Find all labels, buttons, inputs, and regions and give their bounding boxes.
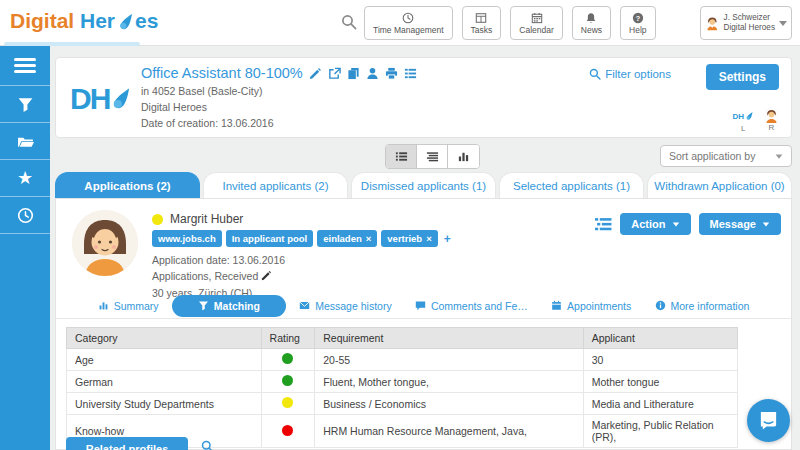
column-category: Category bbox=[67, 328, 262, 349]
table-header-row: Category Rating Requirement Applicant bbox=[67, 328, 738, 349]
add-tag-button[interactable]: + bbox=[444, 232, 451, 246]
subtab-matching[interactable]: Matching bbox=[172, 295, 286, 317]
tab-applications[interactable]: Applications (2) bbox=[55, 172, 200, 198]
tag-source[interactable]: www.jobs.ch bbox=[152, 230, 222, 247]
app-screen: Digital Heres Time Management Tasks Cale… bbox=[0, 0, 800, 450]
app-logo[interactable]: Digital Heres bbox=[10, 9, 158, 33]
sidebar-item-favorites[interactable]: ★ bbox=[0, 160, 50, 197]
folder-icon bbox=[17, 133, 34, 150]
cell-rating bbox=[261, 371, 315, 393]
mini-logo: DH bbox=[732, 108, 754, 124]
sidebar-item-filter[interactable] bbox=[0, 86, 50, 123]
cell-requirement: 20-55 bbox=[315, 349, 583, 371]
column-applicant: Applicant bbox=[583, 328, 737, 349]
tab-dismissed-applicants[interactable]: Dismissed applicants (1) bbox=[351, 172, 496, 198]
copy-icon[interactable] bbox=[347, 67, 360, 80]
related-profiles-button[interactable]: Related profiles bbox=[66, 437, 188, 450]
tab-invited-applicants[interactable]: Invited applicants (2) bbox=[203, 172, 348, 198]
nav-calendar-button[interactable]: Calendar bbox=[510, 6, 563, 40]
export-icon[interactable] bbox=[328, 67, 341, 80]
applicant-name-row: Margrit Huber bbox=[152, 212, 243, 226]
sort-application-dropdown[interactable]: Sort application by bbox=[660, 145, 792, 167]
message-button[interactable]: Message bbox=[699, 213, 781, 235]
applicant-avatar[interactable] bbox=[72, 210, 138, 276]
tab-selected-applicants[interactable]: Selected applicants (1) bbox=[499, 172, 644, 198]
application-tabs: Applications (2) Invited applicants (2) … bbox=[55, 172, 792, 198]
nav-help-button[interactable]: ? Help bbox=[620, 6, 655, 40]
nav-news-button[interactable]: News bbox=[572, 6, 611, 40]
job-creation-date: Date of creation: 13.06.2016 bbox=[141, 116, 274, 132]
calendar-icon bbox=[531, 12, 543, 24]
details-list-icon[interactable] bbox=[404, 67, 417, 80]
subtab-message-history[interactable]: Message history bbox=[289, 296, 401, 316]
logo-word-es: es bbox=[135, 9, 158, 32]
table-icon bbox=[475, 12, 487, 24]
search-icon[interactable] bbox=[201, 440, 214, 450]
user-name: J. Schweizer bbox=[724, 13, 775, 23]
nav-label: Calendar bbox=[519, 25, 554, 35]
cell-requirement: Business / Economics bbox=[315, 393, 583, 415]
edit-icon[interactable] bbox=[261, 270, 272, 281]
chat-bubble-icon bbox=[758, 410, 779, 431]
edit-job-icon[interactable] bbox=[309, 67, 322, 80]
nav-label: News bbox=[581, 25, 602, 35]
column-rating: Rating bbox=[261, 328, 315, 349]
application-status: Applications, Received bbox=[152, 270, 258, 282]
tag-einladen[interactable]: einladen× bbox=[317, 230, 377, 247]
logo-word-her: Her bbox=[80, 9, 115, 32]
compare-list-icon[interactable] bbox=[595, 217, 612, 232]
cell-category: Age bbox=[67, 349, 262, 371]
job-company: Digital Heroes bbox=[141, 100, 274, 116]
tag-vertrieb[interactable]: vertrieb× bbox=[381, 230, 437, 247]
job-logo: DH bbox=[70, 82, 133, 116]
subtab-summary[interactable]: Summary bbox=[88, 296, 169, 316]
svg-text:?: ? bbox=[636, 13, 641, 22]
print-icon[interactable] bbox=[385, 67, 398, 80]
bar-chart-icon bbox=[457, 150, 470, 163]
applicant-name[interactable]: Margrit Huber bbox=[170, 212, 243, 226]
search-icon[interactable] bbox=[341, 14, 357, 30]
sort-label: Sort application by bbox=[669, 150, 755, 162]
rating-dot bbox=[282, 425, 293, 436]
settings-button[interactable]: Settings bbox=[706, 64, 779, 90]
remove-tag-icon[interactable]: × bbox=[366, 233, 372, 244]
logo-underline bbox=[4, 42, 140, 46]
cell-rating bbox=[261, 349, 315, 371]
table-row: University Study Departments Business / … bbox=[67, 393, 738, 415]
user-menu[interactable]: J. Schweizer Digital Heroes bbox=[700, 6, 792, 40]
detail-view-button[interactable] bbox=[417, 145, 448, 168]
column-requirement: Requirement bbox=[315, 328, 583, 349]
action-button[interactable]: Action bbox=[620, 213, 690, 235]
recruiter-right[interactable]: R bbox=[764, 108, 779, 133]
chart-view-button[interactable] bbox=[448, 145, 479, 168]
tab-withdrawn-application[interactable]: Withdrawn Application (0) bbox=[647, 172, 792, 198]
nav-time-management-button[interactable]: Time Management bbox=[364, 6, 453, 40]
person-icon[interactable] bbox=[366, 67, 379, 80]
chat-launcher-button[interactable] bbox=[747, 399, 790, 442]
tag-applicant-pool[interactable]: In applicant pool bbox=[226, 230, 313, 247]
sidebar-menu-toggle[interactable] bbox=[0, 46, 50, 86]
funnel-icon bbox=[198, 300, 209, 311]
matching-table: Category Rating Requirement Applicant Ag… bbox=[66, 327, 738, 448]
detail-view-icon bbox=[426, 150, 439, 163]
subtab-appointments[interactable]: Appointments bbox=[541, 296, 641, 316]
subtab-more-information[interactable]: More information bbox=[645, 296, 760, 316]
sidebar-item-folders[interactable] bbox=[0, 123, 50, 160]
calendar-icon bbox=[551, 300, 562, 311]
filter-options-link[interactable]: Filter options bbox=[589, 68, 671, 80]
application-date: Application date: 13.06.2016 bbox=[152, 252, 285, 268]
job-location: in 4052 Basel (Basle-City) bbox=[141, 84, 274, 100]
cell-requirement: Fluent, Mother tongue, bbox=[315, 371, 583, 393]
recruiter-left[interactable]: DH L bbox=[732, 108, 754, 133]
job-header-card: DH Office Assistant 80-100% in 4052 Base… bbox=[55, 57, 792, 138]
cell-requirement: HRM Human Resource Management, Java, bbox=[315, 415, 583, 448]
hamburger-menu-icon bbox=[14, 58, 36, 73]
search-icon bbox=[589, 68, 601, 80]
subtab-comments[interactable]: Comments and Fe… bbox=[405, 296, 538, 316]
status-dot bbox=[152, 214, 163, 225]
remove-tag-icon[interactable]: × bbox=[426, 233, 432, 244]
nav-tasks-button[interactable]: Tasks bbox=[462, 6, 502, 40]
envelope-icon bbox=[299, 300, 310, 311]
list-view-button[interactable] bbox=[386, 145, 417, 168]
sidebar-item-history[interactable] bbox=[0, 197, 50, 234]
